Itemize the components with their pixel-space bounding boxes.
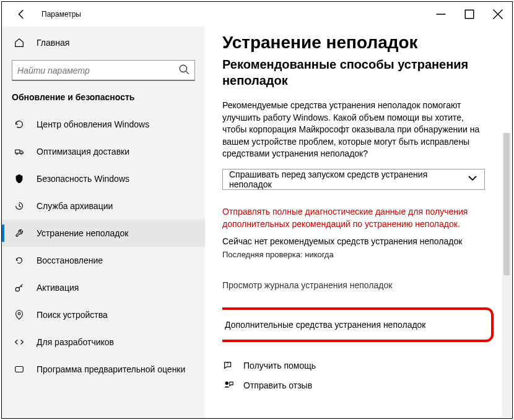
sidebar-item-label: Устранение неполадок bbox=[37, 228, 128, 238]
sidebar-item-find-device[interactable]: Поиск устройства bbox=[2, 301, 205, 328]
history-link[interactable]: Просмотр журнала устранения неполадок bbox=[222, 280, 485, 290]
feedback-icon bbox=[222, 379, 235, 392]
send-feedback-link[interactable]: Отправить отзыв bbox=[222, 379, 485, 392]
svg-point-7 bbox=[16, 153, 18, 155]
svg-text:?: ? bbox=[226, 361, 229, 367]
page-title: Устранение неполадок bbox=[222, 33, 485, 53]
sidebar-group-label: Обновление и безопасность bbox=[2, 88, 205, 111]
help-icon: ? bbox=[222, 359, 235, 372]
last-check-text: Последняя проверка: никогда bbox=[222, 250, 485, 259]
sidebar-home[interactable]: Главная bbox=[2, 30, 205, 55]
sidebar-item-label: Активация bbox=[37, 283, 79, 293]
svg-point-8 bbox=[20, 153, 22, 155]
sidebar-item-label: Для разработчиков bbox=[37, 337, 114, 347]
insider-icon bbox=[13, 363, 25, 375]
location-icon bbox=[13, 309, 25, 321]
sidebar-item-label: Оптимизация доставки bbox=[37, 147, 129, 156]
svg-point-15 bbox=[225, 382, 229, 385]
sidebar-item-delivery-optimization[interactable]: Оптимизация доставки bbox=[2, 138, 205, 165]
shield-icon bbox=[13, 173, 25, 185]
sidebar-item-windows-update[interactable]: Центр обновления Windows bbox=[2, 111, 205, 138]
no-recommendations-text: Сейчас нет рекомендуемых средств устране… bbox=[222, 236, 485, 246]
recommendation-mode-dropdown[interactable]: Спрашивать перед запуском средств устран… bbox=[222, 169, 485, 190]
scroll-thumb[interactable] bbox=[503, 133, 510, 275]
sidebar-item-recovery[interactable]: Восстановление bbox=[2, 247, 205, 274]
sidebar-item-label: Восстановление bbox=[37, 255, 103, 265]
sidebar-item-label: Безопасность Windows bbox=[37, 174, 129, 184]
sidebar-item-troubleshoot[interactable]: Устранение неполадок bbox=[2, 220, 205, 247]
sidebar-item-developers[interactable]: Для разработчиков bbox=[2, 328, 205, 356]
key-icon bbox=[13, 281, 25, 294]
additional-troubleshooters-link[interactable]: Дополнительные средства устранения непол… bbox=[225, 320, 482, 330]
svg-point-9 bbox=[15, 288, 19, 291]
svg-point-4 bbox=[180, 65, 186, 72]
scrollbar[interactable] bbox=[502, 133, 511, 417]
svg-rect-1 bbox=[465, 10, 474, 19]
search-icon bbox=[178, 64, 189, 77]
highlighted-section: Дополнительные средства устранения непол… bbox=[222, 307, 494, 342]
sidebar-item-activation[interactable]: Активация bbox=[2, 274, 205, 301]
main-content: Устранение неполадок Рекомендованные спо… bbox=[205, 27, 512, 418]
feedback-label: Отправить отзыв bbox=[243, 380, 312, 390]
description-text: Рекомендуемые средства устранения непола… bbox=[222, 100, 485, 160]
sidebar-item-label: Программа предварительной оценки bbox=[37, 364, 185, 374]
backup-icon bbox=[13, 200, 25, 212]
diagnostic-warning[interactable]: Отправлять полные диагностические данные… bbox=[222, 206, 485, 230]
close-button[interactable] bbox=[484, 2, 512, 27]
dropdown-value: Спрашивать перед запуском средств устран… bbox=[229, 169, 467, 189]
get-help-link[interactable]: ? Получить помощь bbox=[222, 359, 485, 372]
svg-line-11 bbox=[21, 286, 22, 287]
svg-point-12 bbox=[18, 312, 20, 315]
help-label: Получить помощь bbox=[243, 361, 316, 371]
maximize-button[interactable] bbox=[455, 2, 484, 27]
home-icon bbox=[13, 36, 25, 49]
code-icon bbox=[13, 336, 25, 348]
sidebar-item-backup[interactable]: Служба архивации bbox=[2, 192, 205, 220]
sidebar-item-label: Поиск устройства bbox=[37, 310, 108, 320]
back-button[interactable] bbox=[13, 6, 30, 23]
sidebar-item-label: Служба архивации bbox=[37, 201, 113, 211]
search-input-wrap[interactable] bbox=[12, 60, 195, 81]
svg-rect-6 bbox=[15, 150, 20, 153]
sync-icon bbox=[13, 118, 25, 131]
sidebar: Главная Обновление и безопасность Центр … bbox=[2, 27, 205, 418]
svg-rect-13 bbox=[15, 367, 24, 372]
page-subtitle: Рекомендованные способы устранения непол… bbox=[222, 56, 485, 88]
search-input[interactable] bbox=[17, 66, 178, 75]
recovery-icon bbox=[13, 254, 25, 267]
app-title: Параметры bbox=[41, 10, 81, 19]
sidebar-item-security[interactable]: Безопасность Windows bbox=[2, 165, 205, 192]
svg-line-5 bbox=[186, 71, 189, 74]
chevron-down-icon bbox=[467, 173, 478, 186]
sidebar-home-label: Главная bbox=[37, 38, 69, 48]
sidebar-item-insider[interactable]: Программа предварительной оценки bbox=[2, 356, 205, 383]
wrench-icon bbox=[13, 227, 25, 239]
minimize-button[interactable] bbox=[427, 2, 455, 27]
sidebar-item-label: Центр обновления Windows bbox=[37, 119, 149, 129]
delivery-icon bbox=[13, 145, 25, 158]
